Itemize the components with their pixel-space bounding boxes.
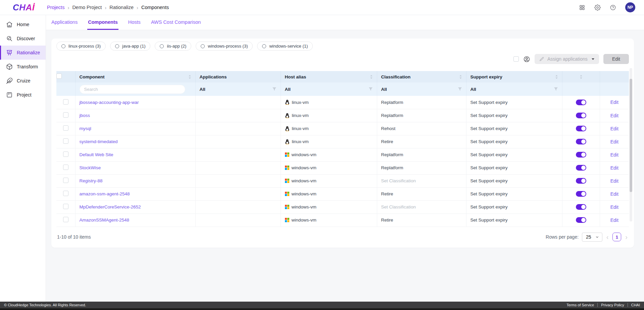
sidebar-item-discover[interactable]: Discover (0, 32, 46, 46)
filter-icon[interactable] (368, 87, 373, 91)
classification-value[interactable]: Retire (381, 218, 393, 223)
scrollbar-thumb[interactable] (630, 79, 632, 192)
component-link[interactable]: jbosseap-accounting-app-war (80, 100, 139, 105)
footer-link-chai[interactable]: CHAI (628, 303, 640, 307)
classification-filter-value[interactable]: All (381, 87, 387, 92)
row-checkbox[interactable] (63, 191, 68, 196)
user-avatar[interactable]: NP (625, 2, 635, 12)
component-link[interactable]: MpDefenderCoreService-2652 (80, 204, 141, 209)
sort-icon[interactable] (580, 74, 583, 79)
component-link[interactable]: amazon-ssm-agent-2548 (80, 191, 130, 196)
support-expiry-link[interactable]: Set Support expiry (470, 152, 508, 157)
applications-filter-value[interactable]: All (200, 87, 205, 92)
support-expiry-link[interactable]: Set Support expiry (470, 165, 508, 170)
filter-chip-iis-app[interactable]: iis-app (2) (155, 42, 191, 51)
row-checkbox[interactable] (63, 125, 68, 131)
sort-icon[interactable] (459, 74, 462, 79)
component-link[interactable]: Registry-88 (80, 178, 103, 183)
filter-icon[interactable] (554, 87, 558, 91)
column-header-classification[interactable]: Classification (377, 71, 466, 82)
select-all-checkbox[interactable] (56, 73, 62, 79)
component-link[interactable]: jboss (80, 113, 90, 118)
assign-applications-button[interactable]: Assign applications (535, 54, 599, 64)
row-checkbox[interactable] (63, 151, 68, 157)
component-link[interactable]: AmazonSSMAgent-2548 (80, 218, 130, 223)
current-page-button[interactable]: 1 (612, 233, 621, 241)
breadcrumb-item-projects[interactable]: Projects (47, 5, 64, 10)
sidebar-item-project[interactable]: Project (0, 88, 46, 102)
support-expiry-link[interactable]: Set Support expiry (470, 100, 508, 105)
tab-hosts[interactable]: Hosts (128, 15, 141, 30)
prev-page-button[interactable]: ‹ (606, 234, 609, 240)
sidebar-item-rationalize[interactable]: Rationalize (0, 46, 46, 60)
filter-chip-windows-process[interactable]: windows-process (3) (196, 42, 253, 51)
row-edit-link[interactable]: Edit (610, 178, 618, 184)
component-link[interactable]: StockWise (80, 165, 101, 170)
support-expiry-link[interactable]: Set Support expiry (470, 191, 508, 196)
row-checkbox[interactable] (63, 217, 68, 222)
row-edit-link[interactable]: Edit (610, 139, 618, 144)
row-checkbox[interactable] (63, 178, 68, 183)
assign-user-icon[interactable] (523, 56, 530, 63)
enabled-toggle[interactable] (576, 152, 586, 158)
apps-grid-icon[interactable] (579, 4, 585, 11)
next-page-button[interactable]: › (625, 234, 628, 240)
sort-icon[interactable] (370, 74, 373, 79)
sidebar-item-home[interactable]: Home (0, 17, 46, 32)
row-edit-link[interactable]: Edit (610, 113, 618, 118)
row-edit-link[interactable]: Edit (610, 126, 618, 131)
classification-value[interactable]: Replatform (381, 165, 403, 170)
filter-icon[interactable] (458, 87, 462, 91)
enabled-toggle[interactable] (576, 113, 586, 118)
support-expiry-link[interactable]: Set Support expiry (470, 204, 508, 209)
support-expiry-link[interactable]: Set Support expiry (470, 113, 508, 118)
tab-applications[interactable]: Applications (51, 15, 78, 30)
row-edit-link[interactable]: Edit (610, 152, 618, 158)
component-search-input[interactable] (80, 85, 185, 94)
row-edit-link[interactable]: Edit (610, 218, 618, 223)
classification-value[interactable]: Replatform (381, 152, 403, 157)
row-edit-link[interactable]: Edit (610, 165, 618, 171)
breadcrumb-item-components[interactable]: Components (141, 5, 169, 10)
chai-logo[interactable]: CHAİ (13, 2, 35, 13)
row-checkbox[interactable] (63, 165, 68, 170)
classification-value[interactable]: Set Classification (381, 178, 416, 183)
classification-value[interactable]: Replatform (381, 113, 403, 118)
row-checkbox[interactable] (63, 204, 68, 209)
enabled-toggle[interactable] (576, 178, 586, 184)
enabled-toggle[interactable] (576, 126, 586, 131)
sidebar-item-cruize[interactable]: Cruize (0, 74, 46, 88)
row-edit-link[interactable]: Edit (610, 204, 618, 210)
column-header-support-expiry[interactable]: Support expiry (466, 71, 562, 82)
column-header-host-alias[interactable]: Host alias (281, 71, 377, 82)
support-expiry-link[interactable]: Set Support expiry (470, 178, 508, 183)
component-link[interactable]: Default Web Site (80, 152, 113, 157)
column-header-applications[interactable]: Applications (195, 71, 281, 82)
column-header-component[interactable]: Component (75, 71, 195, 82)
breadcrumb-item-demo-project[interactable]: Demo Project (72, 5, 102, 10)
sort-icon[interactable] (555, 74, 558, 79)
footer-link-terms-of-service[interactable]: Terms of Service (566, 303, 594, 307)
rows-per-page-select[interactable]: 25 (582, 233, 602, 242)
help-icon[interactable] (610, 4, 616, 11)
toolbar-checkbox[interactable] (513, 56, 519, 62)
column-header-enabled[interactable] (562, 71, 600, 82)
support-expiry-filter-value[interactable]: All (470, 87, 476, 92)
row-checkbox[interactable] (63, 112, 68, 118)
table-scrollbar[interactable] (630, 68, 632, 222)
support-expiry-link[interactable]: Set Support expiry (470, 126, 508, 131)
enabled-toggle[interactable] (576, 165, 586, 171)
classification-value[interactable]: Set Classification (381, 204, 416, 209)
filter-chip-java-app[interactable]: java-app (1) (110, 42, 150, 51)
classification-value[interactable]: Rehost (381, 126, 396, 131)
host-alias-filter-value[interactable]: All (285, 87, 291, 92)
enabled-toggle[interactable] (576, 217, 586, 223)
tab-aws-cost-comparison[interactable]: AWS Cost Comparison (150, 15, 202, 30)
row-checkbox[interactable] (63, 99, 68, 105)
row-edit-link[interactable]: Edit (610, 191, 618, 197)
filter-icon[interactable] (272, 87, 277, 91)
enabled-toggle[interactable] (576, 191, 586, 197)
component-link[interactable]: mysql (80, 126, 91, 131)
sidebar-item-transform[interactable]: Transform (0, 60, 46, 74)
classification-value[interactable]: Replatform (381, 100, 403, 105)
